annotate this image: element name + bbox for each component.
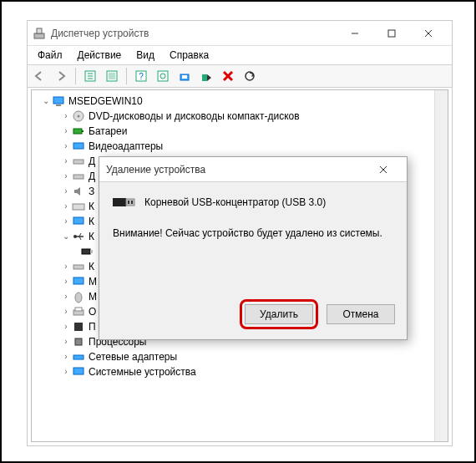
tree-item-label: Д (89, 154, 95, 169)
tree-root-row[interactable]: ⌄ MSEDGEWIN10 (33, 94, 446, 109)
processor-icon (72, 335, 85, 349)
mouse-icon (72, 290, 85, 303)
tree-item-label: К (89, 199, 94, 214)
cancel-button[interactable]: Отмена (327, 304, 395, 324)
separator (126, 68, 127, 84)
collapse-icon[interactable]: ⌄ (40, 94, 52, 109)
monitor-icon (72, 275, 85, 288)
svg-rect-38 (90, 250, 93, 253)
expand-icon[interactable]: › (60, 304, 72, 319)
disk-icon (72, 155, 85, 168)
svg-rect-11 (109, 73, 115, 79)
scan-button[interactable] (240, 66, 260, 86)
uninstall-confirm-button[interactable]: Удалить (245, 304, 313, 324)
tree-item-label: М (89, 274, 97, 289)
tree-row[interactable]: ›Видеоадаптеры (33, 139, 446, 154)
svg-rect-0 (34, 33, 44, 38)
update-driver-button[interactable] (175, 66, 195, 86)
scan-hardware-button[interactable] (153, 66, 173, 86)
separator (75, 68, 76, 84)
tree-item-label: Батареи (89, 124, 127, 139)
expand-icon[interactable]: › (60, 124, 72, 139)
svg-rect-17 (182, 75, 187, 79)
help-icon[interactable]: ? (131, 66, 151, 86)
minimize-button[interactable] (337, 22, 373, 45)
menu-view[interactable]: Вид (129, 48, 161, 63)
show-hide-tree-button[interactable] (80, 66, 100, 86)
svg-rect-40 (73, 277, 84, 284)
expand-icon[interactable]: › (60, 169, 72, 184)
svg-rect-39 (73, 265, 84, 269)
expand-icon[interactable]: › (60, 109, 72, 124)
tree-item-label: З (89, 184, 94, 199)
computer-icon (72, 215, 85, 228)
expand-icon[interactable]: › (60, 199, 72, 214)
disable-button[interactable] (196, 66, 216, 86)
dialog-title-bar[interactable]: Удаление устройства (99, 157, 407, 182)
tree-item-label: К (89, 214, 94, 229)
properties-button[interactable] (102, 66, 122, 86)
svg-rect-30 (73, 175, 84, 179)
close-button[interactable] (410, 22, 447, 45)
maximize-button[interactable] (373, 22, 410, 45)
expand-icon[interactable]: › (60, 259, 72, 274)
tree-row[interactable]: ›Сетевые адаптеры (33, 349, 446, 364)
svg-rect-23 (56, 104, 61, 106)
title-bar[interactable]: Диспетчер устройств (28, 21, 452, 46)
svg-rect-1 (37, 28, 42, 33)
window-title: Диспетчер устройств (51, 28, 337, 39)
svg-rect-28 (73, 143, 84, 149)
menu-help[interactable]: Справка (163, 48, 215, 63)
uninstall-dialog: Удаление устройства Корневой USB-концент… (99, 156, 408, 340)
expand-icon[interactable]: › (60, 274, 72, 289)
display-adapter-icon (72, 140, 85, 153)
expand-icon[interactable]: › (60, 184, 72, 199)
menu-file[interactable]: Файл (31, 48, 69, 63)
expand-icon[interactable]: › (60, 154, 72, 169)
svg-rect-50 (113, 198, 126, 206)
computer-icon (52, 94, 65, 108)
svg-point-41 (75, 293, 82, 303)
expand-icon[interactable]: › (60, 289, 72, 304)
tree-row[interactable]: ›DVD-дисководы и дисководы компакт-диско… (33, 109, 446, 124)
tree-item-label: О (89, 304, 96, 319)
tree-row[interactable]: ›Системные устройства (33, 364, 446, 379)
tree-item-label: К (89, 259, 94, 274)
menu-bar: Файл Действие Вид Справка (28, 46, 452, 64)
svg-rect-37 (82, 249, 90, 254)
svg-rect-43 (75, 308, 82, 311)
usb-icon (72, 230, 85, 243)
svg-rect-22 (53, 97, 63, 104)
expand-icon[interactable]: › (60, 334, 72, 349)
battery-icon (72, 125, 85, 138)
tree-item-label: Д (89, 169, 95, 184)
print-queue-icon (72, 305, 85, 318)
tree-root-label: MSEDGEWIN10 (68, 94, 143, 109)
expand-icon[interactable]: › (60, 214, 72, 229)
back-button[interactable] (29, 66, 49, 86)
dialog-close-button[interactable] (367, 158, 400, 181)
svg-rect-14 (158, 71, 168, 81)
vertical-scrollbar[interactable] (434, 90, 448, 441)
uninstall-button[interactable] (218, 66, 238, 86)
tree-item-label: Сетевые адаптеры (89, 349, 177, 364)
forward-button[interactable] (51, 66, 71, 86)
expand-icon[interactable]: › (60, 319, 72, 334)
expand-icon[interactable]: › (60, 349, 72, 364)
tree-row[interactable]: ›Батареи (33, 124, 446, 139)
sound-icon (72, 185, 85, 198)
menu-action[interactable]: Действие (71, 48, 129, 63)
dialog-device-name: Корневой USB-концентратор (USB 3.0) (144, 196, 326, 208)
app-icon (33, 27, 46, 40)
dialog-body: Корневой USB-концентратор (USB 3.0) Вним… (99, 182, 407, 247)
svg-rect-3 (388, 30, 395, 37)
expand-icon[interactable]: › (60, 139, 72, 154)
tree-item-label: Видеоадаптеры (89, 139, 163, 154)
network-adapter-icon (72, 350, 85, 364)
collapse-icon[interactable]: ⌄ (60, 229, 72, 244)
svg-rect-32 (73, 217, 84, 224)
drive-icon (72, 170, 85, 183)
svg-point-15 (160, 74, 165, 79)
expand-icon[interactable]: › (60, 364, 72, 379)
disc-icon (72, 109, 85, 123)
